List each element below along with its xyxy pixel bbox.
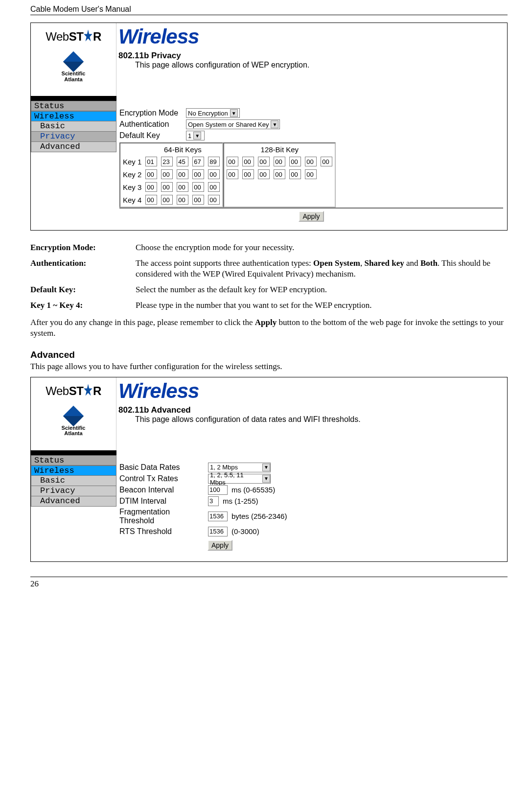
key2-64-3[interactable]: 00 <box>177 169 188 179</box>
def-val-encryption: Choose the encryption mode for your nece… <box>136 242 508 253</box>
key3-64-4[interactable]: 00 <box>192 182 204 192</box>
rts-threshold-label: RTS Threshold <box>119 527 205 536</box>
key1-128-7[interactable]: 00 <box>321 157 332 166</box>
frag-threshold-hint: bytes (256-2346) <box>231 512 287 520</box>
nav-privacy[interactable]: Privacy <box>31 486 116 496</box>
webstar-logo: WebST★R <box>34 28 113 47</box>
key3-64-2[interactable]: 00 <box>161 182 173 192</box>
key2-64-1[interactable]: 00 <box>145 169 157 179</box>
section-advanced-heading: Advanced <box>30 349 508 360</box>
nav-advanced[interactable]: Advanced <box>31 142 116 152</box>
page-header: Cable Modem User's Manual <box>30 5 508 15</box>
sa-brand-text: ScientificAtlanta <box>34 425 113 437</box>
page-number: 26 <box>30 577 508 589</box>
def-term-keys14: Key 1 ~ Key 4: <box>30 300 136 311</box>
screenshot-advanced: WebST★R ScientificAtlanta Wireless 802.1… <box>30 377 508 562</box>
key2-64-2[interactable]: 00 <box>161 169 173 179</box>
key1-64-1[interactable]: 01 <box>145 157 157 166</box>
default-key-select[interactable]: 1 ▼ <box>186 131 205 140</box>
key1-128-1[interactable]: 00 <box>227 157 238 166</box>
nav-wireless[interactable]: Wireless <box>31 111 116 121</box>
authentication-select[interactable]: Open System or Shared Key ▼ <box>186 119 280 129</box>
dtim-interval-label: DTIM Interval <box>119 497 205 506</box>
apply-button[interactable]: Apply <box>299 211 324 222</box>
key4-64-1[interactable]: 00 <box>145 195 157 205</box>
key2-128-4[interactable]: 00 <box>274 169 285 179</box>
encryption-mode-select[interactable]: No Encryption ▼ <box>186 108 240 118</box>
brand-logo-area: WebST★R ScientificAtlanta <box>31 377 116 450</box>
key3-64-1[interactable]: 00 <box>145 182 157 192</box>
chevron-down-icon: ▼ <box>262 475 270 483</box>
key2-128-5[interactable]: 00 <box>289 169 301 179</box>
webstar-logo: WebST★R <box>34 382 113 402</box>
key1-128-2[interactable]: 00 <box>242 157 254 166</box>
nav-status[interactable]: Status <box>31 455 116 465</box>
key1-64-2[interactable]: 23 <box>161 157 173 166</box>
key2-128-6[interactable]: 00 <box>305 169 317 179</box>
key2-128-1[interactable]: 00 <box>227 169 238 179</box>
nav-basic[interactable]: Basic <box>31 121 116 132</box>
rts-threshold-hint: (0-3000) <box>231 527 259 535</box>
nav-status[interactable]: Status <box>31 101 116 111</box>
key2-128-3[interactable]: 00 <box>258 169 270 179</box>
key2-64-4[interactable]: 00 <box>192 169 204 179</box>
page-title: Wireless <box>116 23 507 49</box>
key1-64-5[interactable]: 89 <box>208 157 220 166</box>
def-val-authentication: The access point supports three authenti… <box>136 258 508 279</box>
apply-button[interactable]: Apply <box>208 540 232 551</box>
beacon-interval-input[interactable]: 100 <box>208 485 228 495</box>
key4-64-2[interactable]: 00 <box>161 195 173 205</box>
key4-64-3[interactable]: 00 <box>177 195 188 205</box>
key1-64-4[interactable]: 67 <box>192 157 204 166</box>
key4-64-5[interactable]: 00 <box>208 195 220 205</box>
chevron-down-icon: ▼ <box>271 120 278 128</box>
star-icon: ★ <box>84 29 93 44</box>
control-tx-rates-label: Control Tx Rates <box>119 474 205 483</box>
key1-128-6[interactable]: 00 <box>305 157 317 166</box>
def-term-authentication: Authentication: <box>30 258 136 279</box>
nav-wireless[interactable]: Wireless <box>31 465 116 476</box>
definitions-list: Encryption Mode: Choose the encryption m… <box>30 242 508 311</box>
def-term-default-key: Default Key: <box>30 284 136 295</box>
sa-diamond-icon <box>63 51 84 72</box>
key1-128-3[interactable]: 00 <box>258 157 270 166</box>
nav-basic[interactable]: Basic <box>31 476 116 486</box>
beacon-interval-label: Beacon Interval <box>119 486 205 494</box>
star-icon: ★ <box>84 384 93 398</box>
page-description: This page allows configuration of data r… <box>116 415 507 424</box>
frag-threshold-input[interactable]: 1536 <box>208 512 228 521</box>
page-subtitle: 802.11b Privacy <box>116 49 507 61</box>
apply-reminder: After you do any change in this page, pl… <box>30 317 508 339</box>
page-description: This page allows configuration of WEP en… <box>116 61 507 70</box>
sa-diamond-icon <box>63 406 84 426</box>
advanced-intro: This page allows you to have further con… <box>30 361 508 372</box>
basic-data-rates-select[interactable]: 1, 2 Mbps ▼ <box>208 463 271 472</box>
basic-data-rates-label: Basic Data Rates <box>119 463 205 472</box>
authentication-label: Authentication <box>119 120 183 129</box>
dtim-interval-hint: ms (1-255) <box>223 497 258 505</box>
encryption-mode-label: Encryption Mode <box>119 109 183 117</box>
key2-128-2[interactable]: 00 <box>242 169 254 179</box>
page-subtitle: 802.11b Advanced <box>116 404 507 415</box>
key1-128-5[interactable]: 00 <box>289 157 301 166</box>
nav-privacy[interactable]: Privacy <box>31 132 116 142</box>
key4-64-4[interactable]: 00 <box>192 195 204 205</box>
chevron-down-icon: ▼ <box>193 132 201 140</box>
screenshot-privacy: WebST★R ScientificAtlanta Wireless 802.1… <box>30 23 508 231</box>
keys-64bit-table: 64-Bit Keys Key 1 01 23 45 67 89 Key 2 0… <box>119 142 223 208</box>
key3-64-3[interactable]: 00 <box>177 182 188 192</box>
dtim-interval-input[interactable]: 3 <box>208 496 219 506</box>
key2-64-5[interactable]: 00 <box>208 169 220 179</box>
control-tx-rates-select[interactable]: 1, 2, 5.5, 11 Mbps ▼ <box>208 474 271 484</box>
def-val-default-key: Select the number as the default key for… <box>136 284 508 295</box>
nav-advanced[interactable]: Advanced <box>31 496 116 507</box>
rts-threshold-input[interactable]: 1536 <box>208 527 228 536</box>
default-key-label: Default Key <box>119 131 183 140</box>
key1-128-4[interactable]: 00 <box>274 157 285 166</box>
beacon-interval-hint: ms (0-65535) <box>231 486 275 494</box>
chevron-down-icon: ▼ <box>230 109 238 117</box>
key1-64-3[interactable]: 45 <box>177 157 188 166</box>
brand-logo-area: WebST★R ScientificAtlanta <box>31 23 116 96</box>
key3-64-5[interactable]: 00 <box>208 182 220 192</box>
keys-128bit-table: 128-Bit Key 00 00 00 00 00 00 00 00 00 0… <box>223 142 336 208</box>
